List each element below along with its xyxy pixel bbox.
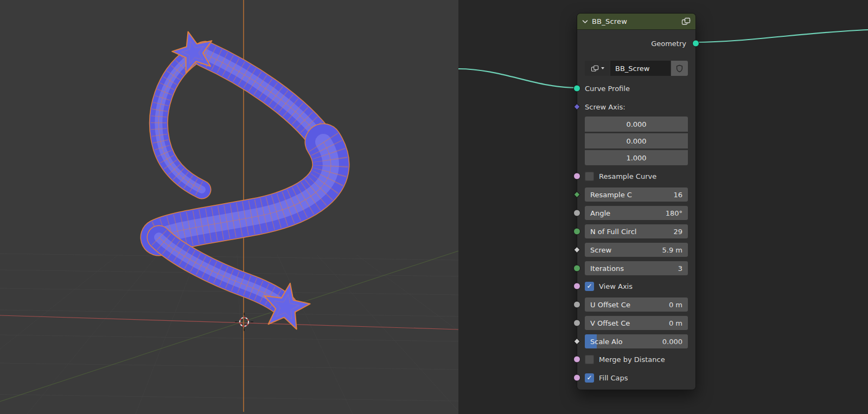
input-row-angle: Angle 180° (577, 206, 695, 220)
resample-count-label: Resample C (590, 191, 632, 199)
socket-v-offset[interactable] (573, 320, 580, 327)
n-of-full-circles-label: N of Full Circl (590, 228, 636, 236)
fake-user-button[interactable] (671, 61, 688, 76)
v-offset-label: V Offset Ce (590, 319, 630, 327)
node-header[interactable]: BB_Screw (577, 14, 695, 30)
link-curve-profile[interactable] (458, 69, 577, 88)
input-row-v-offset: V Offset Ce 0 m (577, 316, 695, 330)
iterations-value: 3 (678, 264, 682, 273)
output-geometry-label: Geometry (651, 40, 686, 48)
fill-caps-label: Fill Caps (599, 374, 628, 382)
socket-u-offset[interactable] (573, 301, 580, 308)
fill-caps-checkbox[interactable]: ✓ (585, 373, 594, 383)
resample-curve-checkbox[interactable]: ✓ (585, 172, 594, 181)
merge-by-distance-checkbox[interactable]: ✓ (585, 355, 594, 364)
socket-resample-curve[interactable] (573, 173, 580, 180)
node-group-icon (681, 17, 691, 25)
node-group-name-row: BB_Screw (577, 61, 695, 76)
v-offset-field[interactable]: V Offset Ce 0 m (585, 316, 688, 330)
viewport-canvas (0, 0, 458, 414)
input-row-view-axis: ✓ View Axis (577, 279, 695, 293)
input-row-screw-axis: Screw Axis: (577, 100, 695, 114)
node-group-icon (591, 65, 599, 72)
iterations-field[interactable]: Iterations 3 (585, 261, 688, 275)
node-editor[interactable]: BB_Screw Geometry (458, 0, 868, 414)
screw-axis-x-field[interactable]: 0.000 (585, 117, 688, 132)
input-row-fill-caps: ✓ Fill Caps (577, 371, 695, 385)
screw-axis-y-row: 0.000 (577, 133, 695, 148)
screw-label: Screw (590, 246, 611, 254)
v-offset-value: 0 m (669, 319, 682, 327)
screw-axis-x-row: 0.000 (577, 117, 695, 132)
resample-curve-label: Resample Curve (599, 172, 656, 180)
n-of-full-circles-value: 29 (673, 228, 682, 236)
curve-profile-label: Curve Profile (585, 85, 630, 93)
screw-field[interactable]: Screw 5.9 m (585, 243, 688, 257)
socket-merge-by-distance[interactable] (573, 356, 580, 363)
u-offset-field[interactable]: U Offset Ce 0 m (585, 297, 688, 312)
input-row-u-offset: U Offset Ce 0 m (577, 297, 695, 312)
input-row-iterations: Iterations 3 (577, 261, 695, 275)
merge-by-distance-label: Merge by Distance (599, 355, 665, 364)
input-row-curve-profile: Curve Profile (577, 81, 695, 95)
check-icon: ✓ (586, 374, 592, 381)
3d-cursor (235, 313, 253, 331)
socket-iterations[interactable] (573, 265, 580, 272)
chevron-down-icon (601, 67, 604, 69)
resample-count-field[interactable]: Resample C 16 (585, 187, 688, 202)
socket-curve-profile[interactable] (573, 85, 580, 92)
u-offset-value: 0 m (669, 301, 682, 309)
angle-field[interactable]: Angle 180° (585, 206, 688, 220)
screw-axis-z-row: 1.000 (577, 150, 695, 165)
screw-value: 5.9 m (662, 246, 682, 254)
angle-label: Angle (590, 209, 610, 217)
input-row-resample-count: Resample C 16 (577, 187, 695, 202)
node-group-selector-button[interactable] (585, 61, 610, 76)
input-row-merge-by-distance: ✓ Merge by Distance (577, 352, 695, 366)
node-bb-screw[interactable]: BB_Screw Geometry (577, 13, 696, 390)
link-geometry-out[interactable] (695, 30, 868, 42)
angle-value: 180° (666, 209, 682, 217)
screw-axis-y-field[interactable]: 0.000 (585, 133, 688, 148)
input-row-resample-curve: ✓ Resample Curve (577, 169, 695, 183)
input-row-scale-along: Scale Alo 0.000 (577, 334, 695, 348)
scale-along-label: Scale Alo (590, 338, 623, 346)
view-axis-checkbox[interactable]: ✓ (585, 282, 594, 291)
scale-along-slider[interactable]: Scale Alo 0.000 (585, 334, 688, 348)
check-icon: ✓ (586, 283, 592, 289)
screw-axis-z-field[interactable]: 1.000 (585, 150, 688, 165)
output-row-geometry: Geometry (577, 36, 695, 50)
socket-geometry-output[interactable] (692, 40, 699, 47)
input-row-n-of-full-circles: N of Full Circl 29 (577, 224, 695, 238)
screw-axis-label: Screw Axis: (585, 103, 626, 111)
socket-view-axis[interactable] (573, 283, 580, 290)
axis-x-line (0, 315, 458, 329)
resample-count-value: 16 (673, 191, 682, 199)
node-group-name-field[interactable]: BB_Screw (610, 61, 671, 76)
socket-n-of-full-circles[interactable] (573, 228, 580, 235)
3d-viewport[interactable] (0, 0, 458, 414)
input-row-screw: Screw 5.9 m (577, 243, 695, 257)
socket-angle[interactable] (573, 210, 580, 217)
mesh-object[interactable] (158, 31, 331, 329)
shield-icon (676, 64, 683, 73)
view-axis-label: View Axis (599, 282, 633, 290)
blender-window: BB_Screw Geometry (0, 0, 868, 414)
node-title: BB_Screw (592, 17, 678, 25)
iterations-label: Iterations (590, 264, 624, 273)
u-offset-label: U Offset Ce (590, 301, 630, 309)
scale-along-value: 0.000 (662, 338, 682, 346)
n-of-full-circles-field[interactable]: N of Full Circl 29 (585, 224, 688, 238)
chevron-down-icon[interactable] (582, 20, 588, 24)
socket-fill-caps[interactable] (573, 374, 580, 381)
